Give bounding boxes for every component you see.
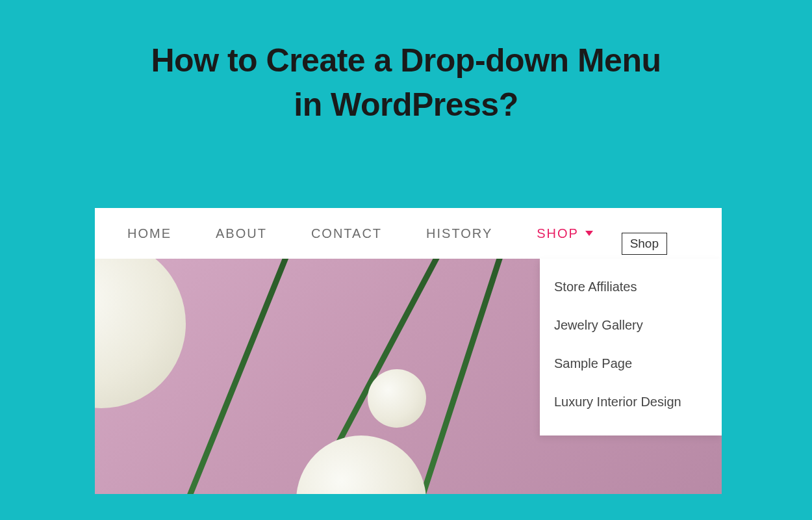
nav-about[interactable]: ABOUT [216, 226, 267, 241]
decor-flower [296, 436, 426, 494]
dropdown-item-luxury-interior[interactable]: Luxury Interior Design [554, 383, 711, 421]
decor-stem [174, 259, 294, 494]
nav-home[interactable]: HOME [127, 226, 171, 241]
dropdown-item-store-affiliates[interactable]: Store Affiliates [554, 268, 711, 306]
nav-shop[interactable]: SHOP [537, 226, 593, 241]
menu-preview: HOME ABOUT CONTACT HISTORY SHOP Shop Sto… [95, 208, 722, 494]
nav-contact[interactable]: CONTACT [311, 226, 382, 241]
dropdown-item-jewelry-gallery[interactable]: Jewelry Gallery [554, 306, 711, 344]
title-line-2: in WordPress? [294, 86, 518, 123]
nav-shop-label: SHOP [537, 226, 579, 241]
nav-history[interactable]: HISTORY [426, 226, 492, 241]
caret-down-icon [585, 231, 593, 236]
page-title: How to Create a Drop-down Menu in WordPr… [0, 39, 812, 127]
decor-flower [368, 369, 426, 428]
shop-dropdown: Shop Store Affiliates Jewelry Gallery Sa… [540, 259, 722, 436]
dropdown-item-sample-page[interactable]: Sample Page [554, 344, 711, 383]
title-line-1: How to Create a Drop-down Menu [151, 42, 661, 79]
shop-tooltip: Shop [622, 233, 667, 255]
decor-stem [418, 259, 504, 494]
decor-flower [95, 259, 186, 408]
